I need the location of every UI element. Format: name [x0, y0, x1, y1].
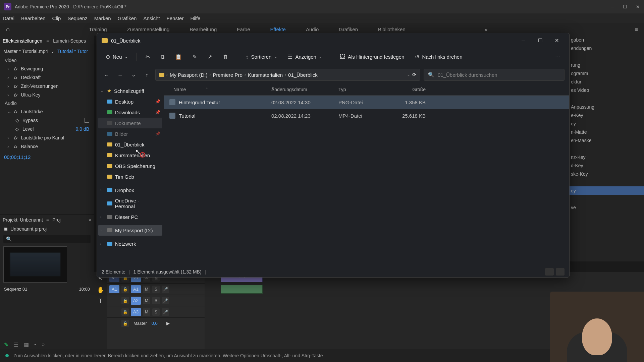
- workspace-tab[interactable]: Bibliotheken: [378, 26, 406, 32]
- set-background-button[interactable]: 🖼Als Hintergrund festlegen: [336, 51, 408, 63]
- maximize-icon[interactable]: ☐: [623, 4, 627, 9]
- col-size[interactable]: Größe: [392, 87, 432, 92]
- mic-icon[interactable]: 🎤: [162, 297, 169, 304]
- cut-button[interactable]: ✂: [142, 51, 154, 63]
- col-type[interactable]: Typ: [338, 87, 392, 92]
- col-name[interactable]: Name˄: [164, 87, 271, 92]
- track-a1-src[interactable]: A1: [109, 285, 119, 293]
- effect-item[interactable]: ey: [567, 119, 644, 128]
- tree-folder[interactable]: 01_Überblick: [98, 139, 162, 150]
- effect-item[interactable]: Anpassung: [567, 103, 644, 111]
- playhead[interactable]: [240, 272, 240, 349]
- chevron-down-icon[interactable]: ⌄: [407, 72, 410, 77]
- breadcrumb-segment[interactable]: Premiere Pro: [213, 72, 243, 78]
- home-icon[interactable]: ⌂: [6, 26, 10, 33]
- caret-icon[interactable]: ›: [7, 83, 11, 89]
- effect-item[interactable]: gaben: [567, 36, 644, 44]
- fx-name[interactable]: Lautstärke: [21, 109, 43, 114]
- grid-icon[interactable]: ▦: [24, 342, 29, 348]
- effect-item[interactable]: es Video: [567, 86, 644, 94]
- mute-icon[interactable]: M: [143, 286, 150, 293]
- share-button[interactable]: ↗: [204, 51, 216, 63]
- breadcrumb-segment[interactable]: 01_Überblick: [288, 72, 318, 78]
- menu-item[interactable]: Sequenz: [67, 15, 87, 21]
- tree-downloads[interactable]: Downloads📌: [98, 107, 162, 118]
- rotate-left-button[interactable]: ↺Nach links drehen: [411, 51, 466, 63]
- panel-menu-icon[interactable]: ≡: [46, 217, 49, 223]
- menu-item[interactable]: Grafiken: [118, 15, 137, 21]
- menu-item[interactable]: Fenster: [167, 15, 184, 21]
- track-a2[interactable]: A2: [131, 297, 141, 305]
- mic-icon[interactable]: 🎤: [162, 286, 169, 293]
- delete-button[interactable]: 🗑: [219, 51, 232, 63]
- track-a3[interactable]: A3: [131, 308, 141, 316]
- fx-name[interactable]: Balance: [21, 144, 38, 149]
- mic-icon[interactable]: 🎤: [162, 308, 169, 316]
- effect-item[interactable]: en-Maske: [567, 136, 644, 144]
- close-button[interactable]: ✕: [549, 35, 565, 46]
- minimize-icon[interactable]: ─: [611, 4, 614, 9]
- rename-button[interactable]: ✎: [189, 51, 201, 63]
- mute-icon[interactable]: M: [143, 308, 150, 316]
- sequence-thumb[interactable]: [3, 246, 67, 283]
- search-field[interactable]: 🔍 01_Überblick durchsuchen: [424, 69, 565, 81]
- overflow-icon[interactable]: »: [89, 217, 91, 223]
- fx-name[interactable]: Bewegung: [21, 66, 43, 71]
- panel-menu-icon[interactable]: ≡: [635, 26, 638, 32]
- master-link[interactable]: Tutorial * Tutor: [57, 49, 88, 54]
- pen-icon[interactable]: ✎: [4, 342, 8, 348]
- auto-icon[interactable]: ○: [42, 342, 45, 348]
- recent-button[interactable]: ⌄: [128, 70, 139, 80]
- workspace-tab[interactable]: Training: [89, 26, 107, 32]
- lock-icon[interactable]: 🔒: [121, 286, 129, 293]
- caret-icon[interactable]: ›: [7, 144, 11, 149]
- overflow-icon[interactable]: »: [485, 26, 487, 32]
- tab-project[interactable]: Projekt: Unbenannt: [3, 217, 43, 223]
- effect-item[interactable]: [567, 144, 644, 153]
- effect-item[interactable]: [567, 52, 644, 61]
- tree-network[interactable]: ›Netzwerk: [98, 238, 162, 249]
- audio-clip[interactable]: [221, 285, 263, 294]
- keyframe-icon[interactable]: ◇: [15, 118, 19, 123]
- list-icon[interactable]: ☰: [14, 342, 18, 348]
- fx-name[interactable]: Zeit-Verzerrungen: [21, 83, 58, 89]
- workspace-tab[interactable]: Audio: [306, 26, 319, 32]
- tree-dropbox[interactable]: ›Dropbox: [98, 185, 162, 195]
- caret-icon[interactable]: ⌄: [7, 109, 11, 114]
- file-row[interactable]: Tutorial 02.08.2022 14:23 MP4-Datei 25.6…: [164, 109, 569, 122]
- menu-item[interactable]: Marken: [94, 15, 111, 21]
- effect-item[interactable]: endungen: [567, 44, 644, 52]
- fx-name[interactable]: Ultra-Key: [21, 92, 40, 98]
- explorer-titlebar[interactable]: 01_Überblick ─ ☐ ✕: [97, 33, 569, 48]
- minimize-button[interactable]: ─: [516, 35, 531, 46]
- timecode[interactable]: 00;00;11;12: [0, 151, 94, 163]
- effect-item[interactable]: d-Key: [567, 161, 644, 170]
- view-button[interactable]: ☰Anzeigen⌄: [284, 51, 326, 63]
- workspace-tab[interactable]: Zusammenstellung: [127, 26, 170, 32]
- hand-tool-icon[interactable]: ✋: [97, 286, 104, 294]
- caret-icon[interactable]: ›: [7, 66, 11, 71]
- effect-item[interactable]: ve: [567, 203, 644, 212]
- tab-project2[interactable]: Proj: [52, 217, 61, 223]
- tree-documents[interactable]: Dokumente: [98, 118, 162, 128]
- thumbnails-view-icon[interactable]: [556, 268, 565, 276]
- effect-item[interactable]: [567, 195, 644, 203]
- workspace-tab[interactable]: Bearbeitung: [190, 26, 217, 32]
- tree-this-pc[interactable]: ›Dieser PC: [98, 212, 162, 222]
- refresh-icon[interactable]: ⟳: [412, 72, 417, 78]
- keyframe-icon[interactable]: ◇: [15, 126, 19, 132]
- workspace-tab[interactable]: Grafiken: [339, 26, 358, 32]
- caret-icon[interactable]: ›: [7, 135, 11, 140]
- file-row-selected[interactable]: Hintergrund Textur 02.08.2022 14:30 PNG-…: [164, 96, 569, 109]
- lock-icon[interactable]: 🔒: [121, 308, 129, 316]
- caret-icon[interactable]: ›: [7, 92, 11, 98]
- menu-item[interactable]: Datei: [3, 15, 14, 21]
- copy-button[interactable]: ⧉: [157, 51, 168, 63]
- workspace-tab[interactable]: Farbe: [237, 26, 250, 32]
- effect-item-selected[interactable]: ey: [567, 186, 644, 195]
- back-button[interactable]: ←: [102, 70, 112, 80]
- effect-item[interactable]: [567, 178, 644, 186]
- fx-name[interactable]: Deckkraft: [21, 75, 41, 80]
- lock-icon[interactable]: 🔒: [121, 297, 129, 304]
- breadcrumb-segment[interactable]: My Passport (D:): [170, 72, 208, 78]
